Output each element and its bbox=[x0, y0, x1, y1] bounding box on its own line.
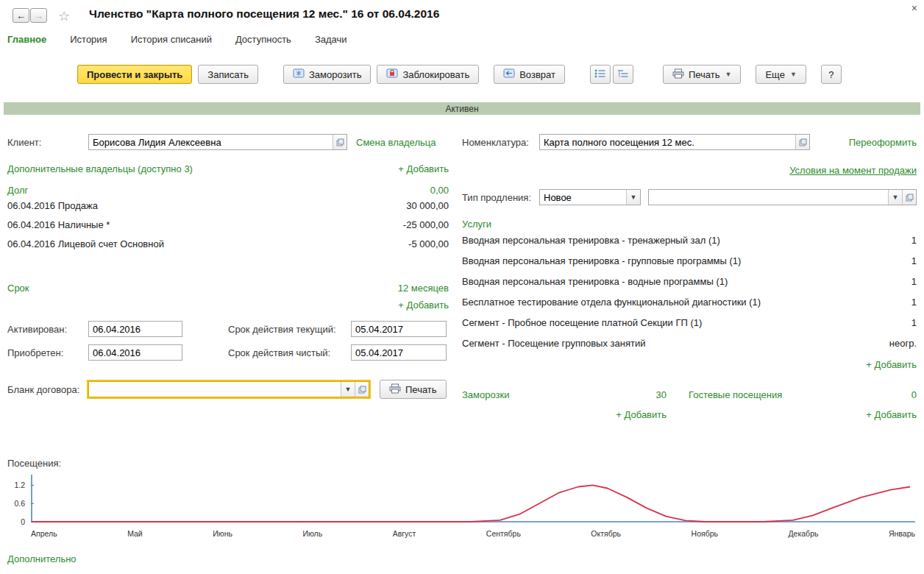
visits-chart-title: Посещения: bbox=[7, 458, 61, 469]
services-link[interactable]: Услуги bbox=[462, 219, 491, 230]
y-axis-tick-label: 0 bbox=[21, 517, 25, 526]
renewal-type-input[interactable] bbox=[540, 190, 626, 205]
tab-main[interactable]: Главное bbox=[7, 34, 46, 45]
activated-row: Активирован: Срок действия текущий: bbox=[7, 321, 449, 337]
reissue-link[interactable]: Переоформить bbox=[849, 137, 917, 148]
freezes-guests-add-row: + Добавить + Добавить bbox=[462, 409, 917, 420]
refund-icon bbox=[503, 68, 515, 80]
x-axis-month-label: Декабрь bbox=[789, 529, 819, 538]
renewal-card-input[interactable] bbox=[649, 190, 888, 205]
freeze-icon bbox=[293, 68, 305, 80]
guest-visits-block: Гостевые посещения 0 bbox=[689, 389, 917, 400]
freeze-button[interactable]: Заморозить bbox=[283, 65, 372, 84]
favorite-star-icon[interactable]: ☆ bbox=[58, 8, 70, 24]
visits-chart: 1.20.60 АпрельМайИюньИюльАвгустСентябрьО… bbox=[7, 472, 915, 542]
x-axis-month-label: Май bbox=[127, 529, 143, 538]
forward-button[interactable]: → bbox=[30, 8, 47, 23]
open-record-icon[interactable] bbox=[795, 135, 809, 149]
current-term-label: Срок действия текущий: bbox=[228, 324, 351, 335]
renewal-row: Тип продления: ▼ ▼ bbox=[462, 189, 917, 205]
save-button[interactable]: Записать bbox=[198, 65, 258, 84]
additional-label[interactable]: Дополнительно bbox=[7, 553, 77, 564]
freezes-value: 30 bbox=[656, 389, 667, 400]
contract-input[interactable] bbox=[89, 382, 341, 397]
dropdown-icon[interactable]: ▼ bbox=[341, 382, 355, 397]
sale-terms-link[interactable]: Условия на момент продажи bbox=[789, 165, 917, 176]
tab-writeoff-history[interactable]: История списаний bbox=[131, 34, 212, 45]
purchased-field bbox=[88, 344, 182, 361]
term-header-row: Срок 12 месяцев bbox=[7, 283, 449, 294]
print-menu-button[interactable]: Печать ▼ bbox=[663, 65, 742, 84]
current-term-input[interactable] bbox=[352, 322, 446, 336]
purchased-input[interactable] bbox=[89, 345, 182, 360]
tab-bar: Главное История История списаний Доступн… bbox=[7, 34, 347, 45]
visits-chart-svg bbox=[31, 472, 915, 528]
freezes-guests-row: Заморозки 30 Гостевые посещения 0 bbox=[462, 389, 917, 400]
open-record-icon[interactable] bbox=[355, 382, 369, 397]
service-name: Вводная персональная тренировка - группо… bbox=[462, 255, 741, 266]
add-service-link[interactable]: + Добавить bbox=[866, 359, 917, 370]
tree-view-button[interactable] bbox=[613, 65, 633, 84]
freezes-block: Заморозки 30 bbox=[462, 389, 667, 400]
add-freeze-link[interactable]: + Добавить bbox=[616, 409, 667, 420]
block-button[interactable]: Заблокировать bbox=[377, 65, 479, 84]
tab-tasks[interactable]: Задачи bbox=[315, 34, 347, 45]
contract-row: Бланк договора: ▼ Печать bbox=[7, 380, 449, 399]
renewal-type-field: ▼ bbox=[539, 189, 641, 205]
activated-label: Активирован: bbox=[7, 324, 88, 335]
client-input[interactable] bbox=[89, 135, 333, 149]
dropdown-icon[interactable]: ▼ bbox=[888, 190, 902, 205]
block-icon bbox=[386, 68, 398, 80]
printer-icon bbox=[672, 68, 684, 81]
more-label: Еще bbox=[765, 69, 784, 80]
close-icon[interactable]: × bbox=[911, 2, 917, 14]
debt-link[interactable]: Долг bbox=[7, 185, 28, 196]
renewal-label: Тип продления: bbox=[462, 192, 539, 203]
additional-section-link[interactable]: Дополнительно bbox=[7, 553, 77, 564]
debt-header-row: Долг 0,00 bbox=[7, 185, 449, 196]
add-term-link[interactable]: + Добавить bbox=[398, 300, 449, 311]
additional-owners-link[interactable]: Дополнительные владельцы (доступно 3) bbox=[7, 163, 193, 174]
x-axis-month-label: Июль bbox=[302, 529, 322, 538]
debt-row-name: 06.04.2016 Наличные * bbox=[7, 219, 110, 230]
purchased-row: Приобретен: Срок действия чистый: bbox=[7, 344, 449, 361]
status-text: Активен bbox=[445, 104, 478, 114]
change-owner-link[interactable]: Смена владельца bbox=[356, 137, 436, 148]
x-axis-month-label: Август bbox=[393, 529, 416, 538]
contract-print-button[interactable]: Печать bbox=[380, 380, 447, 399]
dropdown-icon[interactable]: ▼ bbox=[626, 190, 640, 205]
post-and-close-label: Провести и закрыть bbox=[87, 69, 182, 80]
freezes-link[interactable]: Заморозки bbox=[462, 389, 509, 400]
x-axis-month-label: Апрель bbox=[31, 529, 57, 538]
debt-row-amount: 30 000,00 bbox=[406, 200, 449, 211]
add-owner-link[interactable]: + Добавить bbox=[398, 163, 449, 174]
service-row: Вводная персональная тренировка - тренаж… bbox=[462, 230, 917, 250]
net-term-field bbox=[351, 344, 447, 361]
open-record-icon[interactable] bbox=[902, 190, 916, 205]
nomenclature-input[interactable] bbox=[540, 135, 795, 149]
term-link[interactable]: Срок bbox=[7, 283, 29, 294]
block-label: Заблокировать bbox=[402, 69, 469, 80]
open-record-icon[interactable] bbox=[333, 135, 346, 149]
window-header: ← → ☆ Членство "Карта полного посещения … bbox=[0, 0, 924, 29]
service-name: Бесплатное тестирование отдела функциона… bbox=[462, 297, 761, 308]
help-button[interactable]: ? bbox=[821, 65, 842, 84]
net-term-input[interactable] bbox=[352, 345, 446, 360]
guest-visits-link[interactable]: Гостевые посещения bbox=[689, 389, 782, 400]
post-and-close-button[interactable]: Провести и закрыть bbox=[77, 65, 192, 84]
net-term-label: Срок действия чистый: bbox=[228, 347, 351, 358]
x-axis-month-label: Июнь bbox=[213, 529, 232, 538]
client-field bbox=[88, 134, 347, 150]
add-guest-visit-link[interactable]: + Добавить bbox=[866, 409, 917, 420]
nomenclature-field bbox=[539, 134, 810, 150]
tab-history[interactable]: История bbox=[70, 34, 107, 45]
x-axis-month-label: Январь bbox=[889, 529, 915, 538]
back-button[interactable]: ← bbox=[13, 8, 29, 23]
more-menu-button[interactable]: Еще ▼ bbox=[756, 65, 806, 84]
tab-availability[interactable]: Доступность bbox=[235, 34, 291, 45]
activated-input[interactable] bbox=[89, 322, 182, 336]
debt-row: 06.04.2016 Лицевой счет Основной -5 000,… bbox=[7, 234, 449, 253]
refund-button[interactable]: Возврат bbox=[494, 65, 565, 84]
list-view-button[interactable] bbox=[590, 65, 611, 84]
service-name: Вводная персональная тренировка - тренаж… bbox=[462, 235, 720, 246]
